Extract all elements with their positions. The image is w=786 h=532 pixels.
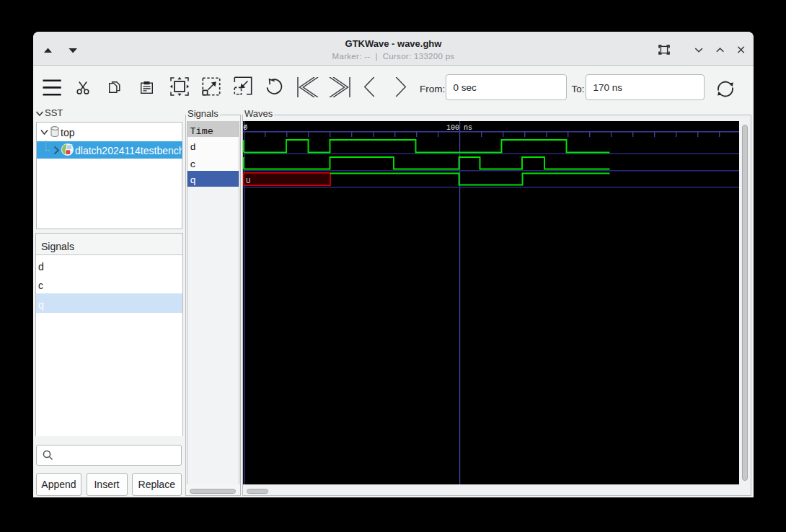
svg-text:100 ns: 100 ns [446,124,472,132]
svg-text:U: U [246,177,250,185]
svg-text:0: 0 [243,124,247,132]
